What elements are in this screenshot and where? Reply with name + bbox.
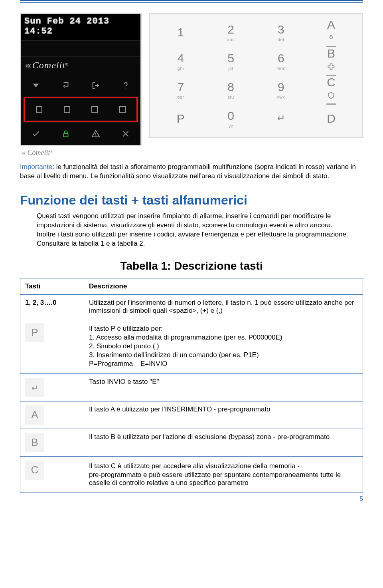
table-row: 1, 2, 3….0Utilizzati per l'inserimento d… bbox=[20, 294, 363, 319]
brand-text: Comelit bbox=[32, 60, 65, 70]
keypad-key-2[interactable]: 2abc bbox=[206, 18, 256, 47]
keypad-key-enter[interactable] bbox=[256, 104, 306, 133]
keypad-key-sublabel: pqr bbox=[177, 95, 184, 99]
keypad-key-sublabel: stu bbox=[228, 95, 234, 99]
page-number: 5 bbox=[20, 495, 363, 503]
important-note: Importante: le funzionalità dei tasti a … bbox=[20, 163, 363, 181]
table-desc-cell: Utilizzati per l'inserimento di numeri o… bbox=[84, 294, 363, 319]
body-line: Questi tasti vengono utilizzati per inse… bbox=[37, 212, 363, 230]
table-desc-cell: Il tasto P è utilizzato per:1. Accesso a… bbox=[84, 319, 363, 373]
section-body: Questi tasti vengono utilizzati per inse… bbox=[20, 212, 363, 248]
table-key-cell: P bbox=[20, 319, 84, 373]
fire-icon bbox=[327, 34, 335, 44]
table-row: CIl tasto C è utilizzato per accedere al… bbox=[20, 456, 363, 493]
keys-table: Tasti Descrizione 1, 2, 3….0Utilizzati p… bbox=[20, 278, 363, 493]
keypad-key-B[interactable]: B bbox=[306, 47, 356, 75]
lcd-panel: Sun Feb 24 2013 14:52 «‹ Comelit® bbox=[20, 13, 142, 158]
prog-key-2[interactable] bbox=[53, 98, 81, 121]
lock-icon[interactable] bbox=[51, 123, 81, 145]
table-key-cell bbox=[20, 373, 84, 401]
keypad-key-label: 8 bbox=[227, 80, 234, 94]
svg-point-1 bbox=[125, 88, 126, 89]
keypad-key-P[interactable]: P bbox=[156, 104, 206, 133]
brand-registered-icon: ® bbox=[65, 62, 68, 67]
table-key-cell: A bbox=[20, 401, 84, 429]
keypad-key-sublabel: def bbox=[278, 37, 284, 42]
lcd-brand: «‹ Comelit® bbox=[21, 57, 140, 74]
help-icon[interactable] bbox=[111, 74, 140, 97]
keypad-key-8[interactable]: 8stu bbox=[206, 75, 256, 104]
keypad-key-label: P bbox=[177, 112, 185, 125]
table-row: Tasto INVIO e tasto "E" bbox=[20, 373, 363, 401]
down-caret-icon[interactable] bbox=[21, 74, 51, 97]
keypad-key-1[interactable]: 1 bbox=[156, 18, 206, 47]
table-header-key: Tasti bbox=[20, 278, 84, 294]
table-key-cell: B bbox=[20, 429, 84, 456]
lcd-datetime: Sun Feb 24 2013 14:52 bbox=[24, 16, 109, 36]
keycap-enter-icon bbox=[25, 378, 44, 397]
check-icon[interactable] bbox=[21, 123, 51, 145]
prog-key-3[interactable] bbox=[81, 98, 109, 121]
keypad-key-label: 7 bbox=[178, 80, 184, 94]
keypad-key-label: 1 bbox=[178, 26, 184, 39]
table-desc-cell: Il tasto A è utilizzato per l'INSERIMENT… bbox=[84, 401, 363, 429]
important-text: : le funzionalità dei tasti a sfiorament… bbox=[20, 163, 356, 180]
prog-key-4[interactable] bbox=[109, 98, 136, 121]
keypad-key-A[interactable]: A bbox=[306, 18, 356, 47]
table-row: AIl tasto A è utilizzato per l'INSERIMEN… bbox=[20, 401, 363, 429]
brand-small-reg-icon: ® bbox=[50, 150, 52, 153]
keypad-key-sublabel: yz bbox=[229, 123, 233, 128]
brand-small-text: Comelit bbox=[27, 149, 50, 157]
keypad-key-label: 6 bbox=[278, 52, 284, 65]
keypad-key-label: C bbox=[327, 75, 336, 89]
desc-line: 2. Simbolo del punto (.) bbox=[89, 342, 358, 350]
key-label-text: 1, 2, 3….0 bbox=[25, 299, 56, 306]
exit-icon[interactable] bbox=[81, 74, 111, 97]
table-row: BIl tasto B è utilizzato per l'azione di… bbox=[20, 429, 363, 456]
keypad-key-6[interactable]: 6mno bbox=[256, 47, 306, 75]
programmable-keys-row bbox=[24, 97, 138, 122]
brand-logo-icon: «‹ bbox=[25, 61, 30, 70]
lcd-status-row bbox=[21, 122, 140, 145]
shield-icon bbox=[327, 91, 335, 101]
desc-line: P=Programma E=INVIO bbox=[89, 360, 358, 368]
enter-icon[interactable] bbox=[51, 74, 81, 97]
keypad-key-label: 4 bbox=[178, 52, 184, 65]
keycap-C: C bbox=[25, 461, 44, 480]
brand-small-logo-icon: «‹ bbox=[22, 150, 25, 156]
keypad-key-label: D bbox=[327, 112, 336, 125]
important-lead: Importante bbox=[20, 163, 52, 171]
table-key-cell: C bbox=[20, 456, 84, 493]
desc-line: pre-programmato e può essere utilizzato … bbox=[89, 471, 358, 487]
keypad-key-5[interactable]: 5jkl bbox=[206, 47, 256, 75]
section-heading: Funzione dei tasti + tasti alfanumerici bbox=[20, 193, 363, 208]
table-desc-cell: Tasto INVIO e tasto "E" bbox=[84, 373, 363, 401]
keypad-key-3[interactable]: 3def bbox=[256, 18, 306, 47]
desc-line: 1. Accesso alla modalità di programmazio… bbox=[89, 334, 358, 342]
table-desc-cell: Il tasto C è utilizzato per accedere all… bbox=[84, 456, 363, 493]
keypad-key-label: B bbox=[327, 47, 335, 60]
keypad: 12abc3defA4ghi5jkl6mnoB7pqr8stu9vwxCP0yz… bbox=[149, 13, 363, 138]
keypad-key-sublabel: ghi bbox=[178, 66, 184, 71]
body-line: Inoltre i tasti sono utilizzati per inse… bbox=[37, 230, 363, 248]
keypad-key-label: 0 bbox=[227, 109, 234, 123]
keypad-key-C[interactable]: C bbox=[306, 75, 356, 104]
keypad-key-label: 2 bbox=[227, 23, 234, 36]
keypad-key-7[interactable]: 7pqr bbox=[156, 75, 206, 104]
desc-line: 3. Inserimento dell'indirizzo di un coma… bbox=[89, 351, 358, 359]
keypad-key-4[interactable]: 4ghi bbox=[156, 47, 206, 75]
keycap-A: A bbox=[25, 405, 44, 425]
svg-rect-2 bbox=[64, 133, 68, 137]
warning-icon[interactable] bbox=[81, 123, 111, 145]
keypad-key-sublabel: vwx bbox=[277, 95, 285, 99]
table-title: Tabella 1: Descrizione tasti bbox=[20, 260, 363, 272]
close-icon[interactable] bbox=[111, 123, 140, 145]
desc-line: Il tasto P è utilizzato per: bbox=[89, 325, 358, 333]
keypad-key-D[interactable]: D bbox=[306, 104, 356, 133]
keypad-key-9[interactable]: 9vwx bbox=[256, 75, 306, 104]
keypad-key-0[interactable]: 0yz bbox=[206, 104, 256, 133]
keypad-key-label: 9 bbox=[278, 80, 284, 94]
lcd-nav-row bbox=[21, 74, 140, 97]
prog-key-1[interactable] bbox=[25, 98, 53, 121]
keycap-B: B bbox=[25, 433, 44, 452]
